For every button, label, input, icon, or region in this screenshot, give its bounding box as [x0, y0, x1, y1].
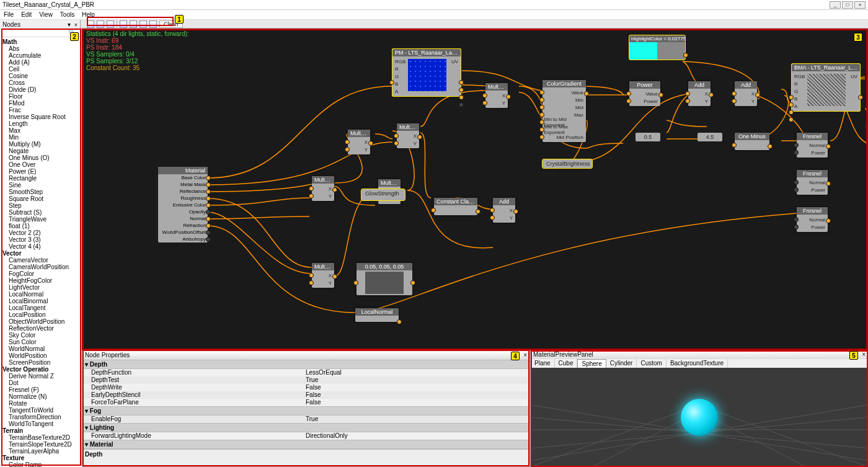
node-item[interactable]: WorldToTangent — [2, 420, 81, 427]
panel-close-icon[interactable]: × — [523, 352, 527, 359]
node-item[interactable]: Normalize (N) — [2, 393, 81, 400]
menu-help[interactable]: Help — [82, 11, 95, 18]
node-item[interactable]: ObjectWorldPosition — [2, 318, 81, 325]
open-icon[interactable] — [97, 20, 104, 28]
search-input[interactable] — [0, 29, 68, 37]
node-multiply1[interactable]: MultiplyXY — [312, 176, 334, 201]
node-pm-texture[interactable]: PM - LTS_Raanaar_Lamp_Crys... RGB R G B … — [392, 49, 461, 96]
node-item[interactable]: CameraWorldPosition — [2, 264, 81, 270]
preview-tab-backgroundtexture[interactable]: BackgroundTexture — [666, 359, 728, 368]
node-item[interactable]: Vector 3 (3) — [2, 236, 81, 243]
panel-close-icon[interactable]: × — [862, 351, 866, 358]
node-power[interactable]: PowerValuePower — [629, 81, 660, 106]
material-input[interactable]: Reflectance — [158, 188, 208, 195]
node-highlight-color[interactable]: HighlightColor = 0.02775528... — [629, 35, 685, 60]
node-item[interactable]: Length — [2, 120, 81, 127]
node-item[interactable]: TerrainLayerAlpha — [2, 448, 81, 455]
node-item[interactable]: Sine — [2, 182, 81, 189]
node-add2[interactable]: AddXY — [688, 81, 711, 106]
node-item[interactable]: Floor — [2, 93, 81, 100]
preview-tab-cylinder[interactable]: Cylinder — [606, 359, 637, 368]
node-item[interactable]: float (1) — [2, 223, 81, 229]
node-item[interactable]: Sky Color — [2, 332, 81, 339]
node-item[interactable]: ReflectionVector — [2, 325, 81, 332]
node-item[interactable]: Rotate — [2, 400, 81, 407]
node-item[interactable]: Add (A) — [2, 59, 81, 66]
material-input[interactable]: Base Color — [158, 174, 208, 181]
node-localnormal[interactable]: LocalNormal — [355, 308, 399, 322]
prop-row[interactable]: DepthTestTrue — [82, 376, 529, 384]
material-input[interactable]: Opacity — [158, 208, 208, 215]
prop-row[interactable]: EnableFogTrue — [82, 416, 529, 423]
material-input[interactable]: Anisotropy — [158, 236, 208, 242]
node-const-vec3[interactable]: 0.05, 0.05, 0.05 — [356, 263, 412, 295]
prop-row[interactable]: EarlyDepthStencilFalse — [82, 391, 529, 399]
node-category[interactable]: Math — [2, 38, 81, 45]
node-category[interactable]: Terrain — [2, 427, 81, 434]
node-item[interactable]: Divide (D) — [2, 86, 81, 93]
node-item[interactable]: One Minus (O) — [2, 154, 81, 161]
preview-tab-custom[interactable]: Custom — [637, 359, 666, 368]
cut-icon[interactable] — [120, 20, 127, 28]
node-item[interactable]: Ceil — [2, 66, 81, 73]
node-list[interactable]: MathAbsAccumulateAdd (A)CeilCosineCrossD… — [0, 37, 81, 467]
node-item[interactable]: Dot — [2, 380, 81, 386]
node-multiply4[interactable]: MultiplyXY — [397, 123, 419, 148]
node-add1[interactable]: AddXY — [493, 198, 515, 223]
menu-tools[interactable]: Tools — [60, 11, 74, 18]
node-multiply3[interactable]: MultiplyXY — [348, 130, 370, 154]
paste-icon[interactable] — [140, 20, 147, 28]
menu-edit[interactable]: Edit — [21, 11, 32, 18]
node-colorgrad[interactable]: ColorGradientValueMinMidMaxMin to Mid Ex… — [542, 80, 586, 142]
preview-tab-cube[interactable]: Cube — [555, 359, 578, 368]
node-item[interactable]: WorldNormal — [2, 345, 81, 352]
node-item[interactable]: Multiply (M) — [2, 141, 81, 148]
material-input[interactable]: Normal — [158, 215, 208, 222]
material-input[interactable]: Refraction — [158, 222, 208, 229]
prop-row[interactable]: DepthWriteFalse — [82, 384, 529, 391]
copy-icon[interactable] — [130, 20, 137, 28]
prop-group[interactable]: ▾ Lighting — [82, 423, 529, 432]
help-icon[interactable] — [149, 20, 157, 28]
menu-file[interactable]: File — [4, 11, 14, 18]
menu-view[interactable]: View — [39, 11, 53, 18]
node-item[interactable]: SmoothStep — [2, 189, 81, 195]
node-item[interactable]: WorldPosition — [2, 352, 81, 359]
node-fresnel3[interactable]: FresnelNormalPower — [797, 207, 828, 232]
node-item[interactable]: TransformDirection — [2, 414, 81, 420]
prop-row[interactable]: ForceToFarPlaneFalse — [82, 399, 529, 406]
node-item[interactable]: FMod — [2, 100, 81, 107]
node-item[interactable]: Cross — [2, 79, 81, 86]
node-const-05[interactable]: 0.5 — [636, 133, 660, 141]
node-item[interactable]: LightVector — [2, 284, 81, 291]
new-icon[interactable] — [87, 20, 94, 28]
node-item[interactable]: LocalNormal — [2, 291, 81, 298]
node-item[interactable]: Max — [2, 127, 81, 134]
node-item[interactable]: TangentToWorld — [2, 407, 81, 414]
node-const-45[interactable]: 4.5 — [698, 133, 722, 141]
node-item[interactable]: FogColor — [2, 270, 81, 277]
node-category[interactable]: Texture — [2, 455, 81, 461]
node-category[interactable]: Vector Operatio — [2, 366, 81, 373]
close-button[interactable]: × — [854, 1, 866, 9]
node-item[interactable]: Min — [2, 134, 81, 141]
node-constclamp[interactable]: Constant Clamp — [434, 198, 477, 215]
minimize-button[interactable]: _ — [830, 1, 841, 9]
node-item[interactable]: Frac — [2, 107, 81, 113]
prop-group[interactable]: ▾ Material — [82, 440, 529, 449]
node-fresnel1[interactable]: FresnelNormalPower — [797, 133, 828, 158]
nodes-tab-close-icon[interactable]: × — [74, 22, 78, 28]
node-item[interactable]: Sun Color — [2, 339, 81, 345]
node-item[interactable]: LocalBinormal — [2, 298, 81, 305]
node-oneminus[interactable]: One Minus — [735, 133, 769, 150]
preview-tab-plane[interactable]: Plane — [531, 359, 555, 368]
property-grid[interactable]: ▾ DepthDepthFunctionLessOrEqualDepthTest… — [82, 360, 529, 449]
node-item[interactable]: Step — [2, 202, 81, 209]
node-item[interactable]: Vector 4 (4) — [2, 243, 81, 250]
prop-group[interactable]: ▾ Depth — [82, 360, 529, 369]
node-glowstrength[interactable]: GlowStrength = 1 — [361, 189, 405, 200]
preview-viewport[interactable] — [531, 368, 868, 467]
node-fresnel2[interactable]: FresnelNormalPower — [797, 170, 828, 195]
node-item[interactable]: Abs — [2, 45, 81, 52]
material-node[interactable]: Material Base ColorMetal MaskReflectance… — [158, 167, 208, 242]
